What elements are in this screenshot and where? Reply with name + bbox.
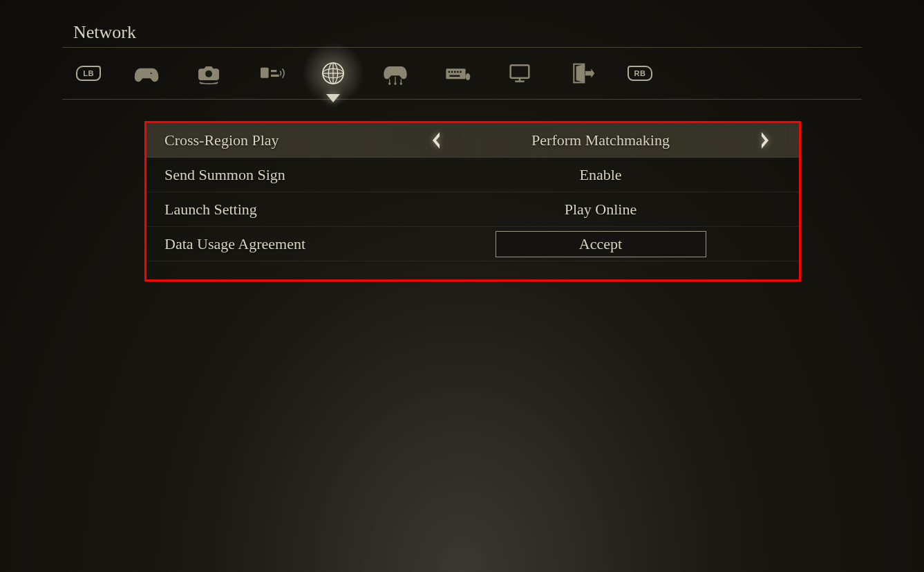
bumper-right-icon[interactable]: RB bbox=[628, 66, 652, 81]
setting-row-launch[interactable]: Launch Setting Play Online bbox=[147, 192, 799, 227]
setting-value-area: Accept bbox=[416, 231, 785, 257]
setting-value: Enable bbox=[579, 166, 621, 184]
tab-sound[interactable] bbox=[254, 57, 287, 90]
chevron-right-icon[interactable] bbox=[759, 131, 771, 150]
svg-rect-15 bbox=[451, 71, 453, 73]
svg-rect-17 bbox=[457, 71, 459, 73]
keyboard-icon bbox=[444, 59, 471, 87]
svg-rect-19 bbox=[449, 75, 460, 77]
setting-label: Send Summon Sign bbox=[160, 166, 416, 184]
chevron-left-icon[interactable] bbox=[430, 131, 442, 150]
svg-rect-18 bbox=[460, 71, 462, 73]
setting-row-data-usage[interactable]: Data Usage Agreement Accept bbox=[147, 227, 799, 261]
sound-icon bbox=[257, 59, 285, 87]
setting-label: Launch Setting bbox=[160, 201, 416, 219]
exit-door-icon bbox=[568, 59, 596, 87]
svg-rect-16 bbox=[454, 71, 456, 73]
svg-rect-14 bbox=[449, 71, 451, 73]
tab-controls-layout[interactable] bbox=[379, 57, 412, 90]
setting-row-summon-sign[interactable]: Send Summon Sign Enable bbox=[147, 158, 799, 192]
tab-keyboard[interactable] bbox=[441, 57, 474, 90]
camera-icon bbox=[195, 59, 223, 87]
svg-rect-13 bbox=[446, 68, 465, 79]
setting-row-cross-region[interactable]: Cross-Region Play Perform Matchmaking bbox=[147, 123, 799, 158]
page-title: Network bbox=[73, 22, 136, 43]
svg-point-0 bbox=[205, 71, 212, 77]
active-tab-arrow-icon bbox=[326, 94, 340, 102]
svg-point-11 bbox=[394, 82, 396, 84]
tab-display[interactable] bbox=[503, 57, 536, 90]
tab-quit[interactable] bbox=[565, 57, 598, 90]
tab-camera[interactable] bbox=[192, 57, 225, 90]
tab-bar: LB bbox=[62, 47, 862, 100]
tab-controller[interactable] bbox=[130, 57, 163, 90]
monitor-icon bbox=[506, 59, 534, 87]
setting-label: Cross-Region Play bbox=[160, 131, 416, 149]
tab-network[interactable] bbox=[317, 57, 350, 90]
setting-value-area: Enable bbox=[416, 166, 785, 184]
setting-value-area: Play Online bbox=[416, 201, 785, 219]
svg-rect-21 bbox=[511, 65, 529, 77]
svg-point-10 bbox=[388, 82, 390, 84]
accept-button[interactable]: Accept bbox=[496, 231, 706, 257]
globe-icon bbox=[319, 59, 347, 87]
controller-icon bbox=[133, 59, 160, 87]
bumper-left-icon[interactable]: LB bbox=[76, 66, 101, 81]
svg-point-12 bbox=[400, 82, 402, 84]
setting-value: Perform Matchmaking bbox=[531, 131, 670, 149]
setting-value: Play Online bbox=[565, 201, 637, 219]
svg-point-20 bbox=[466, 73, 471, 80]
setting-value-area: Perform Matchmaking bbox=[416, 131, 785, 149]
setting-label: Data Usage Agreement bbox=[160, 235, 416, 253]
settings-panel: Cross-Region Play Perform Matchmaking Se… bbox=[144, 121, 801, 282]
controller-mapping-icon bbox=[381, 59, 409, 87]
svg-rect-1 bbox=[261, 68, 269, 78]
